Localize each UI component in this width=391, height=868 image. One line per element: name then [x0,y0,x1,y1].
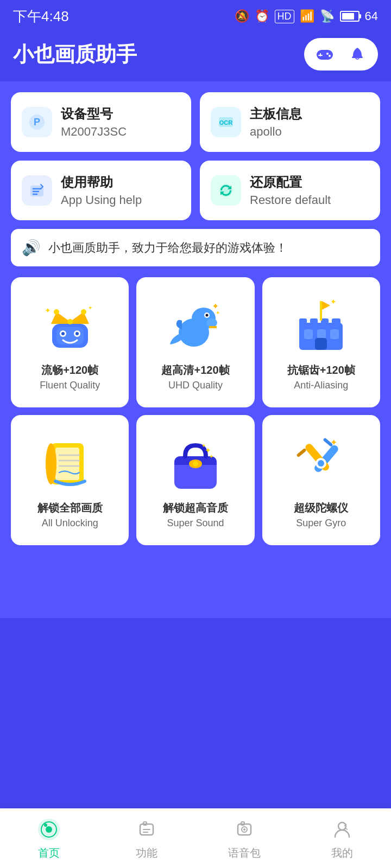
crown-icon: ✦ ✦ [40,296,100,355]
nav-voice-pack-label: 语音包 [228,846,261,860]
restore-default-card[interactable]: 还原配置 Restore default [200,161,380,220]
svg-point-16 [61,332,65,335]
game-controller-button[interactable] [313,42,337,66]
svg-rect-42 [55,448,79,480]
fluent-quality-en: Fluent Quality [40,380,100,391]
device-model-icon: P [22,107,52,137]
nav-home-label: 首页 [38,846,60,860]
nav-voice-pack[interactable]: 语音包 [217,816,272,860]
svg-point-18 [54,309,59,315]
svg-point-67 [243,828,245,831]
header-actions [304,38,378,71]
super-gyro-cn: 超级陀螺仪 [294,501,348,515]
super-gyro-card[interactable]: ✦ ✦ 超级陀螺仪 Super Gyro [262,415,380,545]
app-title: 小也画质助手 [13,41,137,68]
uhd-quality-en: UHD Quality [161,380,229,391]
nav-function-label: 功能 [136,846,157,860]
restore-icon [211,175,241,206]
notice-text: 小也画质助手，致力于给您最好的游戏体验！ [48,240,287,256]
svg-rect-35 [304,329,313,339]
nav-mine-label: 我的 [331,846,353,860]
anti-aliasing-card[interactable]: ✦ 抗锯齿+120帧 Anti-Aliasing [262,277,380,407]
home-icon [36,816,62,843]
gyro-icon: ✦ ✦ [291,433,351,493]
svg-point-46 [193,461,198,467]
svg-text:P: P [34,117,40,127]
motherboard-card[interactable]: OCR 主板信息 apollo [200,92,380,152]
bag-icon: ✦ ✦ ✦ [166,433,225,493]
super-sound-en: Super Sound [163,518,228,529]
tower-icon: ✦ [291,296,351,355]
feature-grid-row1: ✦ ✦ 流畅+120帧 Fluent Quality [11,277,380,407]
dino-icon: ✦ ✦ [166,296,225,355]
svg-rect-37 [330,329,339,339]
super-gyro-en: Super Gyro [294,518,348,529]
info-cards-row1: P 设备型号 M2007J3SC OCR 主板信息 apollo [11,92,380,152]
super-sound-card[interactable]: ✦ ✦ ✦ 解锁超高音质 Super Sound [136,415,254,545]
svg-rect-13 [56,327,84,344]
hd-badge: HD [275,10,294,23]
uhd-quality-cn: 超高清+120帧 [161,363,229,378]
svg-text:✦: ✦ [216,310,220,316]
all-unlocking-card[interactable]: 解锁全部画质 All Unlocking [11,415,129,545]
voice-pack-icon [231,816,257,843]
use-help-title: 使用帮助 [61,174,142,191]
mine-icon [329,816,355,843]
all-unlocking-cn: 解锁全部画质 [37,501,103,515]
svg-point-61 [44,824,47,827]
svg-point-19 [67,319,73,324]
device-model-text: 设备型号 M2007J3SC [61,105,127,139]
super-gyro-text: 超级陀螺仪 Super Gyro [294,501,348,529]
svg-rect-55 [297,448,307,457]
status-time: 下午4:48 [13,7,69,26]
svg-point-17 [75,332,79,335]
restore-subtitle: Restore default [250,193,331,207]
all-unlocking-text: 解锁全部画质 All Unlocking [37,501,103,529]
nav-function[interactable]: 功能 [119,816,174,860]
use-help-subtitle: App Using help [61,193,142,207]
wifi-icon: 📡 [320,9,335,23]
svg-point-53 [318,460,324,467]
notice-bar: 🔊 小也画质助手，致力于给您最好的游戏体验！ [11,229,380,266]
all-unlocking-en: All Unlocking [37,518,103,529]
function-icon [134,816,160,843]
use-help-card[interactable]: 使用帮助 App Using help [11,161,191,220]
bottom-nav: 首页 功能 语音包 [0,808,391,868]
signal-icon: 📶 [300,9,314,23]
svg-point-3 [326,53,329,55]
motherboard-text: 主板信息 apollo [250,105,302,139]
header: 小也画质助手 [0,33,391,81]
svg-text:✦: ✦ [88,305,92,311]
svg-point-4 [329,55,331,57]
anti-aliasing-cn: 抗锯齿+120帧 [287,363,355,378]
nav-home[interactable]: 首页 [22,816,76,860]
use-help-text: 使用帮助 App Using help [61,174,142,207]
use-help-icon [22,175,52,206]
nav-mine[interactable]: 我的 [315,816,369,860]
notification-button[interactable] [345,42,369,66]
restore-text: 还原配置 Restore default [250,174,331,207]
notice-icon: 🔊 [22,239,41,257]
fluent-quality-cn: 流畅+120帧 [40,363,100,378]
main-content: P 设备型号 M2007J3SC OCR 主板信息 apollo [0,81,391,618]
svg-point-25 [206,318,217,327]
svg-point-43 [46,443,56,484]
svg-text:✦: ✦ [333,447,338,453]
svg-text:✦: ✦ [330,438,337,447]
fluent-quality-card[interactable]: ✦ ✦ 流畅+120帧 Fluent Quality [11,277,129,407]
motherboard-icon: OCR [211,107,241,137]
anti-aliasing-text: 抗锯齿+120帧 Anti-Aliasing [287,363,355,391]
scroll-icon [40,433,100,493]
silent-icon: 🔕 [235,9,249,23]
device-model-card[interactable]: P 设备型号 M2007J3SC [11,92,191,152]
svg-rect-34 [332,318,340,327]
svg-point-20 [81,309,86,315]
svg-rect-33 [321,318,329,327]
status-icons: 🔕 ⏰ HD 📶 📡 64 [235,9,378,23]
super-sound-text: 解锁超高音质 Super Sound [163,501,228,529]
svg-rect-39 [320,301,322,321]
info-cards-row2: 使用帮助 App Using help 还原配置 Restore default [11,161,380,220]
uhd-quality-card[interactable]: ✦ ✦ 超高清+120帧 UHD Quality [136,277,254,407]
svg-rect-36 [317,329,326,339]
device-model-title: 设备型号 [61,105,127,123]
